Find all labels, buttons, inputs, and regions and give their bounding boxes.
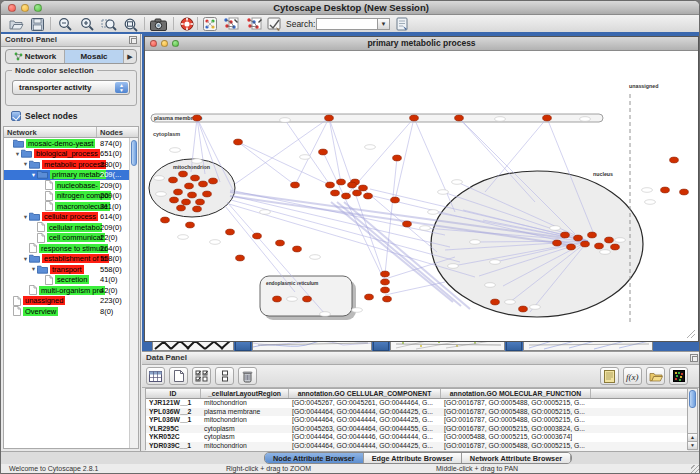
graph-node[interactable] xyxy=(353,190,362,196)
disclosure-triangle-icon[interactable]: ▼ xyxy=(22,214,29,220)
graph-node[interactable] xyxy=(191,175,200,181)
graph-node[interactable] xyxy=(670,157,679,163)
graph-node[interactable] xyxy=(161,217,170,223)
zoom-selected-icon[interactable] xyxy=(100,16,118,32)
tree-row[interactable]: unassigned223(0) xyxy=(4,296,138,307)
search-input[interactable] xyxy=(316,18,378,30)
graph-node[interactable] xyxy=(561,232,570,238)
tree-row[interactable]: ▼biological_process651(0) xyxy=(4,149,138,160)
graph-node[interactable] xyxy=(605,237,614,243)
graph-node[interactable] xyxy=(273,296,282,302)
table-scrollbar[interactable]: ▲ ▼ xyxy=(687,388,698,450)
graph-node[interactable] xyxy=(519,306,528,312)
select-nodes-checkbox[interactable] xyxy=(11,111,21,121)
tree-row[interactable]: secretion41(0) xyxy=(4,275,138,286)
resize-grip[interactable] xyxy=(687,330,695,338)
graph-node[interactable] xyxy=(236,255,245,261)
create-view-icon[interactable] xyxy=(222,16,240,32)
graph-node[interactable] xyxy=(293,246,302,252)
graph-node[interactable] xyxy=(276,240,285,246)
graph-node[interactable] xyxy=(177,205,186,211)
graph-node[interactable] xyxy=(365,294,374,300)
graph-node[interactable] xyxy=(410,115,419,121)
graph-node[interactable] xyxy=(359,185,368,191)
graph-node[interactable] xyxy=(325,115,334,121)
tree-row[interactable]: ▼primary metabo209(... xyxy=(4,170,138,181)
tree-row[interactable]: multi-organism pro42(0) xyxy=(4,285,138,296)
graph-node[interactable] xyxy=(391,197,400,203)
tree-row[interactable]: ▼establishment of lo558(0) xyxy=(4,254,138,265)
unselect-attributes-icon[interactable] xyxy=(215,367,234,385)
table-row[interactable]: YPL036W__1mitochondrion[GO:0044464, GO:0… xyxy=(146,416,688,425)
graph-node[interactable] xyxy=(253,233,262,239)
tree-col-nodes[interactable]: Nodes xyxy=(97,127,138,137)
graph-node[interactable] xyxy=(291,182,300,188)
graph-node[interactable] xyxy=(403,221,412,227)
tree-row[interactable]: cell communicat22(0) xyxy=(4,233,138,244)
graph-node[interactable] xyxy=(661,187,670,193)
graph-node[interactable] xyxy=(186,222,195,228)
graph-node[interactable] xyxy=(188,192,197,198)
graph-node[interactable] xyxy=(393,155,402,161)
graph-node[interactable] xyxy=(342,193,351,199)
graph-node[interactable] xyxy=(326,182,335,188)
tree-scrollbar[interactable] xyxy=(129,138,138,449)
graph-node[interactable] xyxy=(364,193,373,199)
graph-node[interactable] xyxy=(170,197,179,203)
graph-node[interactable] xyxy=(595,243,604,249)
tab-node-attribute-browser[interactable]: Node Attribute Browser xyxy=(265,453,364,463)
graph-node[interactable] xyxy=(226,229,235,235)
graph-node[interactable] xyxy=(303,296,312,302)
tree-row[interactable]: ▼cellular process614(0) xyxy=(4,212,138,223)
tree-row[interactable]: nitrogen compo209(0) xyxy=(4,191,138,202)
col-header-id[interactable]: ID xyxy=(146,389,201,398)
tree-row[interactable]: ▼transport558(0) xyxy=(4,264,138,275)
open-session-button[interactable] xyxy=(7,16,25,32)
layout-icon[interactable] xyxy=(201,16,219,32)
graph-node[interactable] xyxy=(203,191,212,197)
snapshot-camera-icon[interactable] xyxy=(149,16,167,32)
window-titlebar[interactable]: Cytoscape Desktop (New Session) xyxy=(1,1,700,15)
graph-node[interactable] xyxy=(196,199,205,205)
more-tabs-icon[interactable]: ▶ xyxy=(124,50,136,63)
graph-node[interactable] xyxy=(193,206,202,212)
graph-node[interactable] xyxy=(381,271,390,277)
graph-node[interactable] xyxy=(193,115,202,121)
graph-node[interactable] xyxy=(179,171,188,177)
node-color-dropdown[interactable]: transporter activity ▲▼ xyxy=(12,80,130,95)
tab-mosaic[interactable]: Mosaic xyxy=(65,50,124,63)
search-options-icon[interactable] xyxy=(393,16,411,32)
notes-icon[interactable] xyxy=(600,367,619,385)
graph-node[interactable] xyxy=(381,279,390,285)
graph-node[interactable] xyxy=(567,244,576,250)
formula-fx-icon[interactable]: f(x) xyxy=(623,367,642,385)
network-view-titlebar[interactable]: primary metabolic process xyxy=(145,37,698,51)
graph-node[interactable] xyxy=(553,240,562,246)
graph-node[interactable] xyxy=(581,241,590,247)
graph-node[interactable] xyxy=(209,178,218,184)
graph-node[interactable] xyxy=(199,181,208,187)
graph-node[interactable] xyxy=(574,235,583,241)
col-header-region[interactable]: _cellularLayoutRegion xyxy=(201,389,289,398)
float-panel-icon[interactable] xyxy=(129,36,137,44)
tree-row[interactable]: nucleobase-209(0) xyxy=(4,180,138,191)
graph-node[interactable] xyxy=(185,183,194,189)
graph-node[interactable] xyxy=(543,115,552,121)
table-row[interactable]: YDR039C__1mitochondrion[GO:0044464, GO:0… xyxy=(146,442,688,451)
tree-row[interactable]: cellular metabo209(0) xyxy=(4,222,138,233)
col-header-molecular-function[interactable]: annotation.GO MOLECULAR_FUNCTION xyxy=(441,389,591,398)
tree-row[interactable]: response to stimulu264(0) xyxy=(4,243,138,254)
new-attribute-icon[interactable] xyxy=(169,367,188,385)
zoom-out-icon[interactable] xyxy=(56,16,74,32)
graph-node[interactable] xyxy=(319,149,328,155)
graph-node[interactable] xyxy=(381,287,390,293)
scroll-down-icon[interactable]: ▼ xyxy=(688,441,697,449)
tab-network[interactable]: Network xyxy=(6,50,65,63)
disclosure-triangle-icon[interactable]: ▼ xyxy=(22,256,29,262)
graph-node[interactable] xyxy=(337,179,346,185)
graph-node[interactable] xyxy=(383,296,392,302)
table-row[interactable]: YKR052Ccytoplasm[GO:0044464, GO:0044446,… xyxy=(146,433,688,442)
graph-node[interactable] xyxy=(680,189,689,195)
tree-row[interactable]: ▼metabolic process280(0) xyxy=(4,159,138,170)
disclosure-triangle-icon[interactable]: ▼ xyxy=(22,161,29,167)
